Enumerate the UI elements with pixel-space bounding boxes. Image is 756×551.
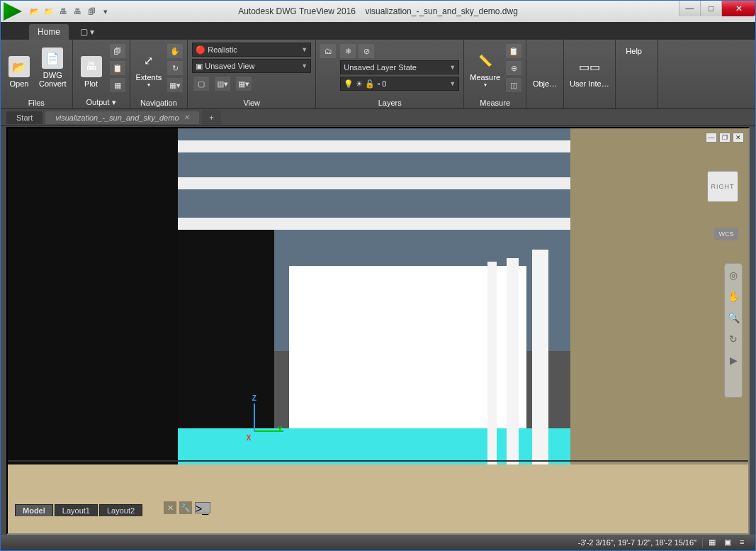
- object-button[interactable]: Obje…: [531, 43, 559, 89]
- vp-restore-icon[interactable]: ❐: [719, 133, 730, 143]
- printer-icon: 🖶: [81, 56, 102, 77]
- pan-icon[interactable]: ✋: [167, 44, 183, 58]
- named-view-dropdown[interactable]: ▣ Unsaved View▼: [192, 59, 311, 73]
- cmd-close-icon[interactable]: ✕: [164, 501, 176, 514]
- tab-home[interactable]: Home: [29, 24, 69, 40]
- tab-extra-dropdown[interactable]: ▢ ▾: [72, 24, 103, 40]
- panel-title-output[interactable]: Output ▾: [77, 96, 125, 108]
- nav-pan-icon[interactable]: ✋: [728, 291, 740, 302]
- panel-title-view: View: [192, 97, 311, 108]
- viewcube[interactable]: RIGHT: [707, 171, 738, 202]
- close-button[interactable]: ✕: [721, 1, 755, 16]
- save-qat-icon[interactable]: 📁: [43, 6, 55, 17]
- page-setup-icon[interactable]: 📋: [110, 61, 125, 75]
- nav-more-icon[interactable]: ▦▾: [167, 78, 183, 92]
- layer-off-icon[interactable]: ⊘: [359, 44, 374, 58]
- panel-object: Obje…: [526, 40, 564, 108]
- dwg-convert-button[interactable]: 📄 DWG Convert: [38, 43, 68, 89]
- id-point-icon[interactable]: ⊕: [506, 61, 521, 75]
- print-qat-icon[interactable]: 🖶: [57, 6, 69, 17]
- panel-help: Help: [616, 40, 658, 108]
- open-button[interactable]: 📂 Open: [5, 43, 33, 89]
- ribbon-tab-strip: Home ▢ ▾: [1, 22, 755, 40]
- statusbar: -3'-2 3/16", 19'-7 1/2", 18'-2 15/16" ▦ …: [1, 535, 755, 550]
- panel-layers: 🗂 ❄ ⊘ Unsaved Layer State▼ 💡 ☀ 🔓 ▫ 0▼ La…: [316, 40, 464, 108]
- tab-current-file[interactable]: visualization_-_sun_and_sky_demo✕: [45, 111, 198, 124]
- status-icon-1[interactable]: ▦: [709, 538, 718, 547]
- print-preview-qat-icon[interactable]: 🖶: [72, 6, 83, 17]
- nav-zoom-icon[interactable]: 🔍: [728, 312, 740, 323]
- cmd-input[interactable]: >_: [195, 502, 210, 513]
- qat-dropdown-icon[interactable]: ▾: [100, 6, 111, 17]
- view-join-icon[interactable]: ▦▾: [236, 77, 252, 91]
- wcs-label[interactable]: WCS: [714, 228, 738, 240]
- folder-icon: 📂: [9, 56, 30, 77]
- layer-freeze-icon[interactable]: ❄: [340, 44, 356, 58]
- orbit-icon[interactable]: ↻: [167, 61, 183, 75]
- panel-title-measure: Measure: [468, 97, 521, 108]
- panel-output: 🖶 Plot 🗐 📋 ▦ Output ▾: [73, 40, 130, 108]
- window-controls: — □ ✕: [679, 1, 755, 16]
- nav-orbit-icon[interactable]: ↻: [729, 333, 738, 345]
- panel-measure: 📏 Measure ▾ 📋 ⊕ ◫ Measure: [464, 40, 526, 108]
- cmd-options-icon[interactable]: 🔧: [179, 501, 192, 514]
- app-menu-icon[interactable]: [4, 2, 22, 21]
- scene-3d: Z Y X: [8, 128, 748, 533]
- extents-button[interactable]: ⤢ Extents ▾: [135, 43, 164, 89]
- panel-files: 📂 Open 📄 DWG Convert Files: [1, 40, 73, 108]
- status-icon-2[interactable]: ▣: [724, 538, 734, 547]
- batch-plot-icon[interactable]: 🗐: [110, 44, 125, 58]
- navigation-bar[interactable]: ◎ ✋ 🔍 ↻ ▶: [724, 263, 743, 398]
- list-icon[interactable]: 📋: [506, 44, 521, 58]
- maximize-button[interactable]: □: [700, 1, 721, 16]
- panel-ui: ▭▭ User Inte…: [564, 40, 616, 108]
- layer-state-dropdown[interactable]: Unsaved Layer State▼: [340, 60, 459, 74]
- panel-view: 🔴 Realistic▼ ▣ Unsaved View▼ ▢ ▥▾ ▦▾ Vie…: [188, 40, 316, 108]
- panel-title-navigation: Navigation: [135, 97, 184, 108]
- command-line[interactable]: ✕ 🔧 >_: [164, 501, 210, 515]
- tab-layout2[interactable]: Layout2: [99, 504, 142, 516]
- view-single-icon[interactable]: ▢: [193, 77, 209, 91]
- panel-title-layers: Layers: [320, 97, 459, 108]
- new-tab-button[interactable]: ＋: [202, 110, 221, 125]
- document-tabs: Start visualization_-_sun_and_sky_demo✕ …: [1, 109, 755, 126]
- ui-icon: ▭▭: [579, 56, 600, 77]
- status-menu-icon[interactable]: ≡: [740, 538, 750, 547]
- quick-access-toolbar: 📂 📁 🖶 🖶 🗐 ▾: [29, 6, 111, 17]
- publish-qat-icon[interactable]: 🗐: [86, 6, 97, 17]
- vp-minimize-icon[interactable]: —: [706, 133, 717, 143]
- view-config-icon[interactable]: ▥▾: [215, 77, 230, 91]
- plot-button[interactable]: 🖶 Plot: [77, 43, 106, 89]
- tab-layout1[interactable]: Layout1: [55, 504, 98, 516]
- titlebar: 📂 📁 🖶 🖶 🗐 ▾ Autodesk DWG TrueView 2016 v…: [1, 1, 755, 22]
- vp-close-icon[interactable]: ✕: [733, 133, 744, 143]
- panel-title-files: Files: [5, 97, 68, 108]
- export-icon[interactable]: ▦: [110, 78, 125, 92]
- ruler-icon: 📏: [475, 50, 496, 71]
- open-qat-icon[interactable]: 📂: [29, 6, 40, 17]
- layout-tabs: Model Layout1 Layout2: [15, 504, 142, 516]
- window-title: Autodesk DWG TrueView 2016 visualization…: [238, 6, 518, 16]
- tab-start[interactable]: Start: [6, 111, 43, 124]
- user-interface-button[interactable]: ▭▭ User Inte…: [568, 43, 611, 89]
- minimize-button[interactable]: —: [679, 1, 700, 16]
- tab-model[interactable]: Model: [15, 504, 53, 516]
- layer-current-dropdown[interactable]: 💡 ☀ 🔓 ▫ 0▼: [340, 77, 459, 91]
- panel-navigation: ⤢ Extents ▾ ✋ ↻ ▦▾ Navigation: [130, 40, 188, 108]
- close-tab-icon[interactable]: ✕: [184, 113, 189, 121]
- viewport[interactable]: Z Y X — ❐ ✕ RIGHT WCS ◎ ✋ 🔍 ↻ ▶ ✕ 🔧 >_ M…: [6, 127, 750, 535]
- extents-icon: ⤢: [138, 50, 159, 71]
- measure-more-icon[interactable]: ◫: [506, 78, 521, 92]
- nav-showmotion-icon[interactable]: ▶: [730, 355, 738, 366]
- convert-icon: 📄: [42, 48, 63, 69]
- layer-prop-icon[interactable]: 🗂: [320, 44, 336, 58]
- ribbon: 📂 Open 📄 DWG Convert Files 🖶 Plot 🗐 📋 ▦ …: [1, 40, 755, 109]
- help-button[interactable]: Help: [620, 43, 648, 89]
- visual-style-dropdown[interactable]: 🔴 Realistic▼: [192, 43, 311, 57]
- coordinates-readout: -3'-2 3/16", 19'-7 1/2", 18'-2 15/16": [578, 538, 696, 547]
- viewport-window-controls: — ❐ ✕: [706, 133, 744, 143]
- measure-button[interactable]: 📏 Measure ▾: [468, 43, 502, 89]
- nav-wheel-icon[interactable]: ◎: [729, 269, 738, 281]
